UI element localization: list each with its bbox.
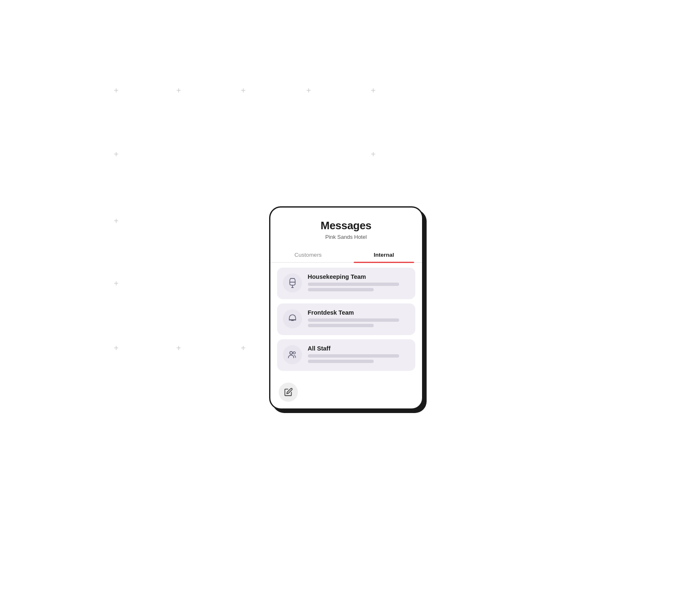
tab-internal[interactable]: Internal: [346, 248, 422, 262]
avatar-allstaff: [283, 345, 302, 364]
bell-icon: [287, 313, 298, 324]
conversation-content-frontdesk: Frontdesk Team: [308, 309, 410, 329]
conversation-content-allstaff: All Staff: [308, 345, 410, 365]
preview-line: [308, 288, 374, 291]
plus-decoration: +: [114, 279, 119, 288]
page-title: Messages: [280, 219, 412, 232]
plus-decoration: +: [114, 217, 119, 225]
svg-point-2: [290, 351, 292, 354]
conversation-content-housekeeping: Housekeeping Team: [308, 273, 410, 293]
conversation-name: Frontdesk Team: [308, 309, 410, 316]
compose-button[interactable]: [279, 383, 298, 402]
phone-card: Messages Pink Sands Hotel Customers Inte…: [269, 206, 423, 410]
preview-line: [308, 354, 400, 358]
preview-line: [308, 360, 374, 363]
plus-decoration: +: [176, 344, 181, 352]
tab-customers[interactable]: Customers: [270, 248, 346, 262]
plus-decoration: +: [114, 150, 119, 158]
conversation-item-frontdesk[interactable]: Frontdesk Team: [277, 303, 415, 335]
hotel-name: Pink Sands Hotel: [280, 234, 412, 240]
conversation-name: Housekeeping Team: [308, 273, 410, 280]
plus-decoration: +: [114, 86, 119, 95]
plus-decoration: +: [114, 344, 119, 352]
svg-rect-1: [289, 320, 296, 321]
preview-line: [308, 283, 400, 286]
svg-point-3: [293, 352, 295, 354]
plus-decoration: +: [176, 86, 181, 95]
people-icon: [287, 349, 298, 360]
broom-icon: [287, 278, 298, 288]
avatar-housekeeping: [283, 273, 302, 293]
plus-decoration: +: [306, 86, 311, 95]
plus-decoration: +: [241, 344, 246, 352]
conversation-item-allstaff[interactable]: All Staff: [277, 339, 415, 371]
compose-icon: [284, 388, 293, 397]
preview-line: [308, 318, 400, 322]
plus-decoration: +: [241, 86, 246, 95]
avatar-frontdesk: [283, 309, 302, 328]
conversation-name: All Staff: [308, 345, 410, 352]
conversation-item-housekeeping[interactable]: Housekeeping Team: [277, 268, 415, 299]
plus-decoration: +: [371, 150, 376, 158]
page-header: Messages Pink Sands Hotel: [270, 208, 422, 240]
preview-line: [308, 324, 374, 327]
plus-decoration: +: [371, 86, 376, 95]
conversations-list: Housekeeping Team Frontdesk Team: [270, 263, 422, 371]
tabs-bar: Customers Internal: [270, 248, 422, 263]
